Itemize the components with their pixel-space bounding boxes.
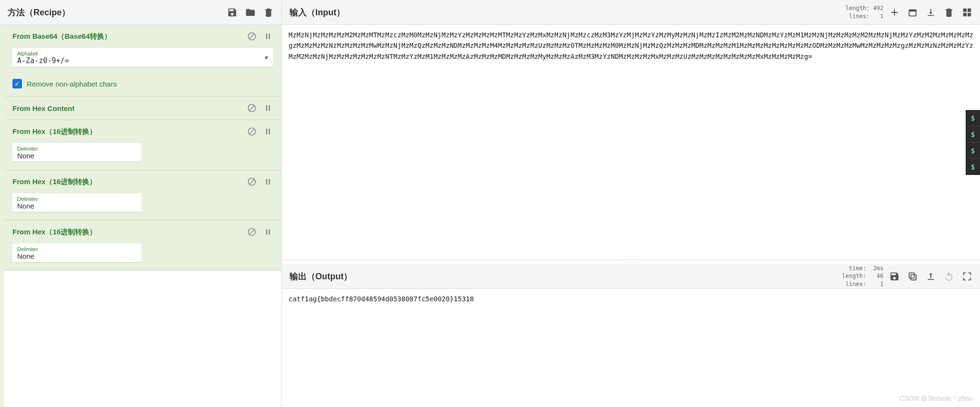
input-section: 输入（Input） length: 492 lines: 1 MzMzNjMzM… — [282, 0, 980, 260]
input-textarea[interactable]: MzMzNjMzMzMzMzM2MzMzMTMzMzczMzM0MzMzNjMz… — [282, 25, 980, 260]
op-title: From Hex（16进制转换） — [12, 127, 97, 136]
replace-input-icon[interactable] — [926, 271, 936, 282]
field-label: Delimiter — [17, 146, 137, 152]
recipe-title: 方法（Recipe） — [8, 7, 70, 18]
svg-line-9 — [249, 129, 254, 134]
new-tab-icon[interactable] — [907, 7, 918, 18]
svg-line-17 — [249, 230, 254, 234]
svg-rect-6 — [266, 105, 268, 111]
op-title: From Hex（16进制转换） — [12, 177, 97, 187]
op-title: From Hex（16进制转换） — [12, 228, 97, 237]
svg-rect-14 — [266, 179, 268, 185]
svg-rect-18 — [266, 229, 268, 235]
svg-line-13 — [249, 179, 254, 184]
operation-from-hex-content: From Hex Content — [4, 97, 281, 120]
field-value: None — [17, 252, 137, 260]
field-label: Delimiter — [17, 246, 137, 252]
pause-icon[interactable] — [263, 177, 273, 187]
save-icon[interactable] — [889, 271, 900, 282]
resize-handle[interactable]: ┄┄┄┄ — [282, 260, 980, 264]
delimiter-select[interactable]: Delimiter None — [12, 143, 141, 162]
svg-rect-11 — [269, 129, 270, 134]
side-tab[interactable]: $ — [966, 143, 980, 159]
recipe-header: 方法（Recipe） — [0, 0, 281, 25]
svg-line-1 — [249, 34, 254, 39]
side-tab[interactable]: $ — [966, 159, 980, 175]
recipe-list: From Base64（Base64转换） Alphabet A-Za-z0-9… — [0, 25, 281, 407]
svg-rect-26 — [911, 275, 916, 280]
output-title: 输出（Output） — [290, 271, 352, 282]
disable-icon[interactable] — [247, 127, 257, 136]
svg-rect-23 — [968, 8, 971, 11]
operation-from-hex-1: From Hex（16进制转换） Delimiter None — [4, 120, 281, 170]
trash-icon[interactable] — [944, 7, 954, 18]
svg-rect-15 — [269, 179, 270, 185]
copy-icon[interactable] — [907, 271, 918, 282]
side-tabs: $ $ $ $ — [966, 110, 980, 175]
io-panel: 输入（Input） length: 492 lines: 1 MzMzNjMzM… — [282, 0, 980, 407]
output-section: 输出（Output） time: 2ms length: 46 lines: 1… — [282, 264, 980, 407]
svg-rect-2 — [266, 33, 268, 39]
grid-icon[interactable] — [962, 7, 972, 18]
import-icon[interactable] — [926, 7, 936, 18]
input-title: 输入（Input） — [290, 7, 345, 18]
disable-icon[interactable] — [247, 103, 257, 113]
side-tab[interactable]: $ — [966, 126, 980, 143]
field-label: Delimiter — [17, 196, 137, 202]
undo-icon[interactable] — [944, 271, 954, 282]
svg-rect-25 — [968, 12, 971, 16]
svg-rect-7 — [269, 105, 270, 111]
delimiter-select[interactable]: Delimiter None — [12, 243, 141, 263]
operation-from-hex-2: From Hex（16进制转换） Delimiter None — [4, 170, 281, 220]
field-value: A-Za-z0-9+/= — [17, 56, 268, 65]
svg-rect-3 — [269, 33, 270, 39]
pause-icon[interactable] — [263, 127, 273, 136]
field-value: None — [17, 202, 137, 210]
output-stats: time: 2ms length: 46 lines: 1 — [842, 264, 883, 288]
folder-icon[interactable] — [245, 7, 256, 18]
recipe-panel: 方法（Recipe） From Base64（Base64转换） — [0, 0, 282, 407]
operation-from-base64: From Base64（Base64转换） Alphabet A-Za-z0-9… — [4, 25, 281, 97]
op-title: From Hex Content — [12, 104, 75, 112]
svg-rect-21 — [909, 10, 916, 11]
watermark: CSDN @3tefanie丶zhou — [900, 395, 972, 403]
svg-rect-19 — [269, 229, 270, 235]
svg-line-5 — [249, 106, 254, 110]
pause-icon[interactable] — [263, 227, 273, 237]
pause-icon[interactable] — [263, 103, 273, 113]
disable-icon[interactable] — [247, 177, 257, 187]
svg-rect-22 — [963, 8, 967, 11]
operation-from-hex-3: From Hex（16进制转换） Delimiter None — [4, 220, 281, 271]
checkbox-label: Remove non-alphabet chars — [27, 80, 117, 88]
trash-icon[interactable] — [263, 7, 274, 18]
field-label: Alphabet — [17, 51, 268, 56]
input-header: 输入（Input） length: 492 lines: 1 — [282, 0, 980, 25]
disable-icon[interactable] — [247, 32, 257, 41]
plus-icon[interactable] — [889, 7, 900, 18]
output-header: 输出（Output） time: 2ms length: 46 lines: 1 — [282, 264, 980, 289]
remove-non-alpha-checkbox[interactable]: ✓ Remove non-alphabet chars — [12, 79, 273, 88]
svg-rect-27 — [909, 273, 915, 278]
svg-rect-10 — [266, 129, 268, 134]
delimiter-select[interactable]: Delimiter None — [12, 193, 141, 212]
output-text: catf1ag{bbdecff870d48594d0538087fc5e0020… — [282, 289, 980, 407]
side-tab[interactable]: $ — [966, 110, 980, 126]
checkbox-checked-icon: ✓ — [12, 79, 22, 88]
disable-icon[interactable] — [247, 227, 257, 237]
field-value: None — [17, 152, 137, 160]
save-icon[interactable] — [227, 7, 237, 18]
svg-rect-24 — [963, 12, 967, 16]
pause-icon[interactable] — [263, 32, 273, 41]
fullscreen-icon[interactable] — [962, 271, 972, 282]
chevron-down-icon: ▾ — [265, 54, 268, 61]
alphabet-select[interactable]: Alphabet A-Za-z0-9+/= ▾ — [12, 48, 273, 67]
input-stats: length: 492 lines: 1 — [846, 4, 883, 21]
op-title: From Base64（Base64转换） — [12, 32, 111, 41]
